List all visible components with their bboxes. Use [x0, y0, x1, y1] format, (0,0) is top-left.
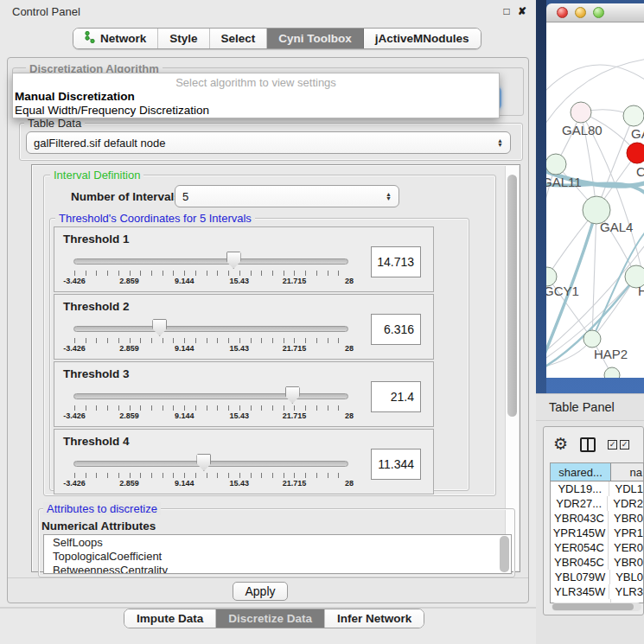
cell-name[interactable]: YBL0 [610, 570, 643, 584]
threshold-1-value-field[interactable]: 14.713 [371, 246, 421, 277]
table-row[interactable]: YER054CYER0 [551, 540, 643, 555]
cell-shared-name[interactable]: YPR145W [551, 526, 609, 540]
tick-label: 9.144 [175, 277, 194, 285]
number-of-intervals-combobox[interactable]: 5 ▲▼ [175, 185, 399, 207]
tab-infer-network[interactable]: Infer Network [325, 609, 424, 628]
close-window-icon[interactable]: ✘ [516, 5, 528, 17]
network-window-titlebar[interactable] [546, 3, 644, 22]
table-row[interactable]: YDR27...YDR2 [551, 496, 643, 511]
cell-shared-name[interactable]: YDL19... [551, 481, 609, 496]
cell-shared-name[interactable]: YER054C [551, 540, 609, 555]
tick-label: 15.43 [230, 411, 250, 420]
attributes-group-label: Attributes to discretize [43, 502, 161, 515]
panel-title: Control Panel [12, 5, 80, 18]
list-item[interactable]: SelfLoops [44, 535, 511, 549]
threshold-4-panel: Threshold 4 -3.426 2.859 9.144 15.43 21.… [54, 429, 434, 494]
tab-style[interactable]: Style [158, 29, 209, 48]
column-view-icon[interactable] [580, 437, 596, 452]
threshold-3-value-field[interactable]: 21.4 [371, 381, 421, 412]
tick-label: 28 [345, 277, 354, 285]
node-label-gal4: GAL4 [600, 220, 633, 234]
slider-track[interactable] [73, 258, 348, 265]
cell-name[interactable]: YPR1 [609, 526, 643, 540]
threshold-4-slider[interactable]: -3.426 2.859 9.144 15.43 21.715 28 [73, 452, 350, 492]
threshold-1-panel: Threshold 1 -3.426 2.859 9.144 15.43 21.… [54, 226, 434, 292]
slider-track[interactable] [73, 326, 348, 332]
slider-handle[interactable] [152, 319, 167, 336]
gear-icon[interactable]: ⚙ [553, 436, 568, 453]
tick-label: 21.715 [283, 277, 307, 285]
threshold-1-slider[interactable]: -3.426 2.859 9.144 15.43 21.715 28 [73, 250, 350, 290]
network-canvas[interactable]: GAL80 GA C GAL11 GAL4 GCY1 H HAP2 [546, 22, 644, 378]
slider-track[interactable] [73, 393, 348, 399]
node-label-partial-c: C [636, 164, 644, 179]
zoom-traffic-light-icon[interactable] [593, 7, 604, 18]
cell-name[interactable]: YDL1 [609, 481, 643, 496]
algorithm-placeholder-option[interactable]: Select algorithm to view settings [13, 73, 499, 89]
cell-name[interactable]: YLR3 [609, 584, 643, 599]
list-item[interactable]: BetweennessCentrality [44, 563, 511, 574]
algorithm-option-equal-width[interactable]: Equal Width/Frequency Discretization [13, 103, 499, 117]
node-red-selected[interactable] [627, 143, 644, 163]
tab-discretize-data[interactable]: Discretize Data [216, 609, 325, 628]
list-item[interactable]: TopologicalCoefficient [44, 549, 511, 563]
node-gal80[interactable] [571, 102, 591, 123]
tick-label: 9.144 [175, 479, 194, 488]
tab-network[interactable]: Network [73, 29, 158, 48]
table-row[interactable]: YPR145WYPR1 [551, 526, 643, 540]
slider-tick-labels: -3.426 2.859 9.144 15.43 21.715 28 [74, 277, 349, 286]
tab-select[interactable]: Select [210, 29, 268, 48]
node-bottom-partial[interactable] [604, 367, 620, 378]
cyni-bottom-tabs: Impute Data Discretize Data Infer Networ… [124, 609, 424, 628]
tab-jactivemnodules[interactable]: jActiveMNodules [364, 29, 481, 48]
cell-shared-name[interactable]: YBL079W [551, 570, 610, 584]
viewport-scrollbar-thumb[interactable] [507, 175, 517, 417]
table-row[interactable]: YBR043CYBR0 [551, 511, 643, 526]
threshold-4-value-field[interactable]: 11.344 [371, 449, 421, 480]
tab-impute-data[interactable]: Impute Data [124, 609, 216, 628]
cell-shared-name[interactable]: YBR045C [551, 555, 609, 570]
numerical-attributes-label: Numerical Attributes [41, 520, 156, 532]
table-row[interactable]: YBL079WYBL0 [551, 570, 643, 584]
cell-name[interactable]: YBR0 [609, 555, 643, 570]
checkbox-checked-icon[interactable]: ✓ [608, 440, 617, 450]
table-horizontal-scrollbar-thumb[interactable] [552, 603, 634, 610]
apply-button[interactable]: Apply [233, 582, 288, 601]
control-panel-tabs: Network Style Select Cyni Toolbox jActiv… [73, 28, 481, 49]
checkbox-checked-icon[interactable]: ✓ [620, 440, 629, 450]
node-gal11[interactable] [546, 154, 566, 175]
slider-handle[interactable] [226, 252, 241, 269]
threshold-2-slider[interactable]: -3.426 2.859 9.144 15.43 21.715 28 [73, 317, 350, 357]
cell-shared-name[interactable]: YLR345W [551, 584, 609, 599]
cell-shared-name[interactable]: YDR27... [551, 496, 608, 511]
slider-tick-labels: -3.426 2.859 9.144 15.43 21.715 28 [74, 344, 349, 354]
slider-handle[interactable] [196, 454, 211, 471]
cell-name[interactable]: YER0 [609, 540, 643, 555]
table-horizontal-scrollbar[interactable] [552, 603, 641, 611]
cell-name[interactable]: YDR2 [608, 496, 643, 511]
slider-ticks [74, 473, 349, 478]
node-hap2[interactable] [583, 330, 601, 348]
attributes-scrollbar-thumb[interactable] [500, 536, 509, 572]
cell-shared-name[interactable]: YBR043C [551, 511, 609, 526]
table-row[interactable]: YLR345WYLR3 [551, 584, 643, 599]
slider-handle[interactable] [285, 386, 300, 404]
threshold-2-value-field[interactable]: 6.316 [371, 314, 421, 345]
tab-style-label: Style [169, 32, 197, 45]
float-window-icon[interactable]: □ [501, 5, 513, 17]
node-partial-top-right[interactable] [623, 105, 644, 126]
table-panel-title: Table Panel [549, 400, 615, 414]
tick-label: 28 [345, 344, 354, 353]
column-header-shared-name[interactable]: shared... [551, 463, 611, 481]
column-header-name[interactable]: na [611, 463, 643, 481]
table-row[interactable]: YBR045CYBR0 [551, 555, 643, 570]
tab-cyni-toolbox[interactable]: Cyni Toolbox [267, 29, 364, 48]
slider-ticks [74, 338, 349, 343]
close-traffic-light-icon[interactable] [557, 7, 568, 18]
minimize-traffic-light-icon[interactable] [575, 7, 586, 18]
table-row[interactable]: YDL19...YDL1 [551, 481, 643, 496]
cell-name[interactable]: YBR0 [609, 511, 643, 526]
algorithm-option-manual[interactable]: Manual Discretization [13, 89, 499, 103]
threshold-3-slider[interactable]: -3.426 2.859 9.144 15.43 21.715 28 [73, 385, 350, 424]
table-data-combobox[interactable]: galFiltered.sif default node ▲▼ [26, 131, 511, 154]
